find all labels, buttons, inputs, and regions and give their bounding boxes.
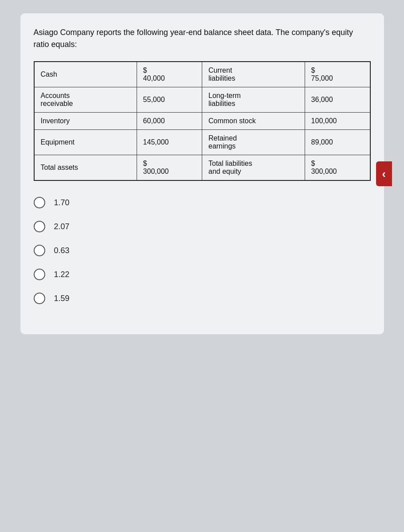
option-label-1: 1.70 <box>54 198 70 207</box>
longterm-liabilities-label: Long-termliabilities <box>202 87 305 113</box>
option-label-4: 1.22 <box>54 270 70 279</box>
radio-option-1[interactable] <box>34 197 45 208</box>
table-row: Inventory 60,000 Common stock 100,000 <box>34 113 370 130</box>
common-stock-label: Common stock <box>202 113 305 130</box>
list-item: 1.22 <box>34 269 371 280</box>
table-row: Equipment 145,000 Retainedearnings 89,00… <box>34 130 370 155</box>
cash-label: Cash <box>34 62 137 87</box>
balance-sheet-table: Cash $40,000 Currentliabilities $75,000 … <box>34 61 371 181</box>
option-label-5: 1.59 <box>54 294 70 303</box>
radio-option-2[interactable] <box>34 221 45 232</box>
list-item: 1.59 <box>34 293 371 304</box>
list-item: 2.07 <box>34 221 371 232</box>
common-stock-value: 100,000 <box>305 113 370 130</box>
cash-value: $40,000 <box>137 62 202 87</box>
table-row: Total assets $300,000 Total liabilitiesa… <box>34 155 370 181</box>
radio-option-4[interactable] <box>34 269 45 280</box>
accounts-receivable-value: 55,000 <box>137 87 202 113</box>
radio-option-3[interactable] <box>34 245 45 256</box>
longterm-liabilities-value: 36,000 <box>305 87 370 113</box>
option-label-3: 0.63 <box>54 246 70 255</box>
equipment-label: Equipment <box>34 130 137 155</box>
table-row: Accountsreceivable 55,000 Long-termliabi… <box>34 87 370 113</box>
question-card: Asiago Company reports the following yea… <box>20 13 384 334</box>
question-text: Asiago Company reports the following yea… <box>34 27 371 51</box>
accounts-receivable-label: Accountsreceivable <box>34 87 137 113</box>
equipment-value: 145,000 <box>137 130 202 155</box>
total-assets-label: Total assets <box>34 155 137 181</box>
retained-earnings-value: 89,000 <box>305 130 370 155</box>
total-liabilities-equity-value: $300,000 <box>305 155 370 181</box>
inventory-label: Inventory <box>34 113 137 130</box>
table-row: Cash $40,000 Currentliabilities $75,000 <box>34 62 370 87</box>
collapse-button[interactable] <box>376 161 392 186</box>
option-label-2: 2.07 <box>54 222 70 231</box>
total-liabilities-equity-label: Total liabilitiesand equity <box>202 155 305 181</box>
inventory-value: 60,000 <box>137 113 202 130</box>
current-liabilities-value: $75,000 <box>305 62 370 87</box>
total-assets-value: $300,000 <box>137 155 202 181</box>
current-liabilities-label: Currentliabilities <box>202 62 305 87</box>
radio-option-5[interactable] <box>34 293 45 304</box>
retained-earnings-label: Retainedearnings <box>202 130 305 155</box>
answer-options: 1.70 2.07 0.63 1.22 1.59 <box>34 197 371 304</box>
list-item: 0.63 <box>34 245 371 256</box>
list-item: 1.70 <box>34 197 371 208</box>
